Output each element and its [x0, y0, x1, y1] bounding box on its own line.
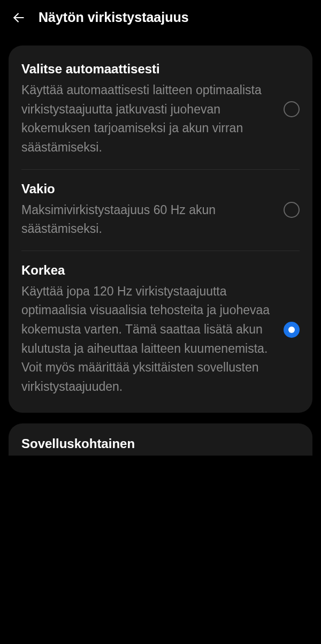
back-icon[interactable] — [12, 11, 26, 25]
option-content: Korkea Käyttää jopa 120 Hz virkistystaaj… — [21, 263, 284, 397]
option-standard[interactable]: Vakio Maksimivirkistystaajuus 60 Hz akun… — [9, 170, 312, 251]
option-description: Käyttää automaattisesti laitteen optimaa… — [21, 81, 277, 157]
option-description: Käyttää jopa 120 Hz virkistystaajuutta o… — [21, 282, 277, 397]
option-title: Korkea — [21, 263, 277, 278]
option-content: Valitse automaattisesti Käyttää automaat… — [21, 62, 284, 157]
option-high[interactable]: Korkea Käyttää jopa 120 Hz virkistystaaj… — [9, 251, 312, 408]
option-content: Vakio Maksimivirkistystaajuus 60 Hz akun… — [21, 181, 284, 239]
radio-automatic[interactable] — [284, 101, 300, 117]
page-title: Näytön virkistystaajuus — [39, 10, 189, 25]
option-title: Valitse automaattisesti — [21, 62, 277, 77]
per-app-card[interactable]: Sovelluskohtainen — [9, 423, 312, 456]
refresh-rate-options-card: Valitse automaattisesti Käyttää automaat… — [9, 46, 312, 413]
option-description: Maksimivirkistystaajuus 60 Hz akun sääst… — [21, 201, 277, 239]
option-title: Vakio — [21, 181, 277, 196]
per-app-title: Sovelluskohtainen — [21, 436, 300, 451]
radio-high[interactable] — [284, 322, 300, 338]
radio-standard[interactable] — [284, 202, 300, 218]
header: Näytön virkistystaajuus — [0, 0, 321, 35]
option-automatic[interactable]: Valitse automaattisesti Käyttää automaat… — [9, 50, 312, 169]
